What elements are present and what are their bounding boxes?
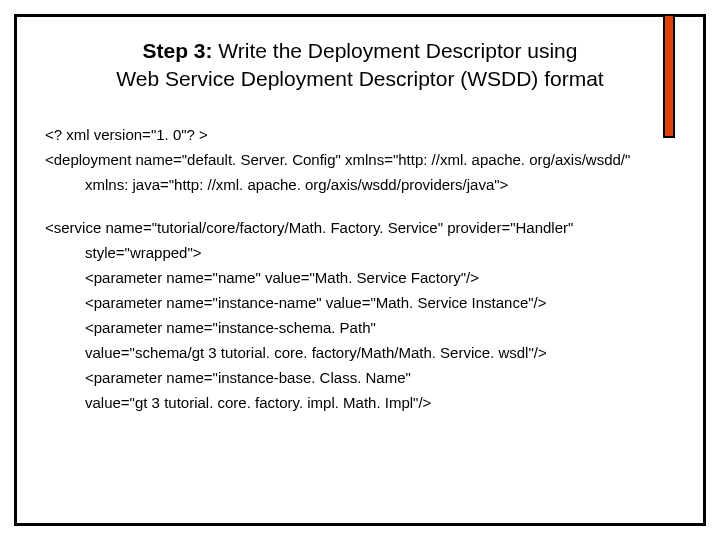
service-style: style="wrapped"> xyxy=(45,242,675,263)
param-schema-value: value="schema/gt 3 tutorial. core. facto… xyxy=(45,342,675,363)
title-rest-1: Write the Deployment Descriptor using xyxy=(213,39,578,62)
param-schema-path: <parameter name="instance-schema. Path" xyxy=(45,317,675,338)
code-content: <? xml version="1. 0"? > <deployment nam… xyxy=(17,104,703,413)
xml-decl: <? xml version="1. 0"? > xyxy=(45,124,675,145)
param-name: <parameter name="name" value="Math. Serv… xyxy=(45,267,675,288)
accent-bar xyxy=(663,14,675,138)
slide-frame: Step 3: Write the Deployment Descriptor … xyxy=(14,14,706,526)
param-base-class-value: value="gt 3 tutorial. core. factory. imp… xyxy=(45,392,675,413)
param-base-class: <parameter name="instance-base. Class. N… xyxy=(45,367,675,388)
title-line-2: Web Service Deployment Descriptor (WSDD)… xyxy=(87,65,633,93)
param-instance-name: <parameter name="instance-name" value="M… xyxy=(45,292,675,313)
slide-title: Step 3: Write the Deployment Descriptor … xyxy=(17,17,703,104)
service-open: <service name="tutorial/core/factory/Mat… xyxy=(45,217,675,238)
deployment-ns: xmlns: java="http: //xml. apache. org/ax… xyxy=(45,174,675,195)
title-line-1: Step 3: Write the Deployment Descriptor … xyxy=(87,37,633,65)
deployment-open: <deployment name="default. Server. Confi… xyxy=(45,149,675,170)
title-prefix: Step 3: xyxy=(143,39,213,62)
